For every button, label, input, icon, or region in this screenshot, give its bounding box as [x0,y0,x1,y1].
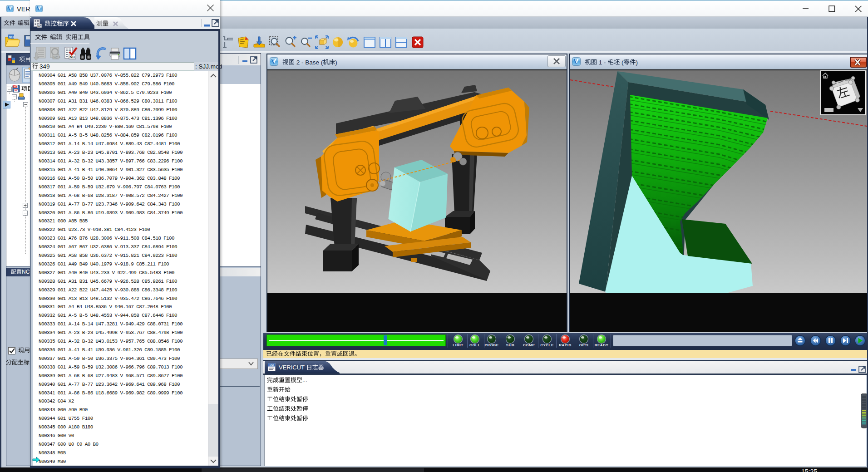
svg-text:...: ... [302,377,307,384]
svg-text:): ) [636,59,638,66]
svg-text:LOG: LOG [269,364,274,367]
svg-text:2 - Base (: 2 - Base ( [295,59,323,66]
svg-text:VERICUT: VERICUT [279,364,306,371]
svg-text:VC: VC [9,35,14,39]
svg-text:NC: NC [54,56,58,59]
svg-text:NC: NC [38,25,42,28]
svg-text:(: ( [620,59,624,66]
svg-text:): ) [335,59,337,66]
svg-text:1 -: 1 - [597,59,607,66]
svg-text:NC: NC [22,269,30,275]
svg-text:NC: NC [70,55,75,59]
